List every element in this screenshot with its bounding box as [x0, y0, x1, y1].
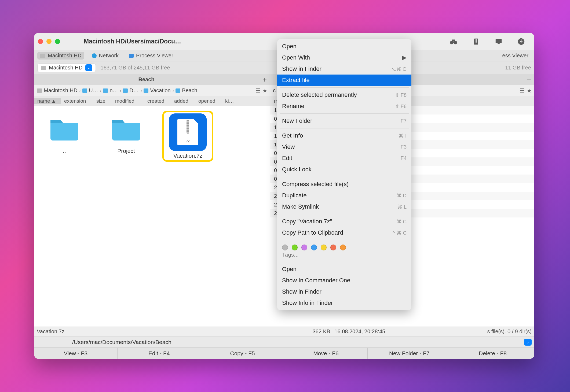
tags-label[interactable]: Tags... [277, 252, 411, 260]
breadcrumb-item[interactable]: Macintosh HD [44, 87, 78, 94]
archive-icon[interactable] [472, 38, 480, 46]
view-button[interactable]: View - F3 [34, 348, 118, 359]
column-header-extension[interactable]: extension [61, 98, 93, 104]
column-header-size[interactable]: size [93, 98, 112, 104]
menu-item[interactable]: Open [277, 264, 411, 275]
menu-item[interactable]: Copy Path to Clipboard^ ⌘ C [277, 227, 411, 238]
download-icon[interactable] [517, 38, 525, 46]
tag-color-dot[interactable] [330, 245, 336, 250]
menu-item[interactable]: Copy "Vacation.7z"⌘ C [277, 216, 411, 227]
menu-item[interactable]: New FolderF7 [277, 115, 411, 127]
breadcrumb-item[interactable]: n… [109, 87, 118, 94]
menu-item[interactable]: Show In Commander One [277, 275, 411, 286]
chevron-down-icon[interactable]: ⌄ [524, 339, 532, 346]
breadcrumb-item[interactable]: D… [129, 87, 138, 94]
file-item-project[interactable]: Project [101, 111, 152, 162]
menu-item[interactable]: Rename⇧ F6 [277, 101, 411, 112]
menu-item[interactable]: Compress selected file(s) [277, 179, 411, 190]
menu-item-label: Rename [282, 103, 304, 110]
copy-button[interactable]: Copy - F5 [201, 348, 284, 359]
minimize-button[interactable] [46, 39, 52, 44]
tag-color-dot[interactable] [292, 245, 298, 250]
menu-shortcut: ^ ⌘ C [393, 230, 407, 236]
favorite-macintosh-hd[interactable]: Macintosh HD [37, 52, 84, 60]
menu-item-label: Show Info in Finder [282, 299, 333, 306]
column-header-modified[interactable]: modified [112, 98, 144, 104]
menu-item[interactable]: Show in Finder⌥⌘ O [277, 63, 411, 75]
menu-shortcut: F7 [401, 118, 407, 124]
menu-shortcut: ⌘ L [397, 204, 407, 210]
star-icon[interactable]: ★ [262, 87, 267, 94]
list-view-icon[interactable]: ☰ [520, 87, 525, 94]
edit-button[interactable]: Edit - F4 [118, 348, 201, 359]
column-header-created[interactable]: created [144, 98, 171, 104]
tag-color-dot[interactable] [321, 245, 327, 250]
tag-color-dot[interactable] [340, 245, 346, 250]
new-folder-button[interactable]: New Folder - F7 [368, 348, 451, 359]
tag-color-dot[interactable] [311, 245, 317, 250]
tab-add-button[interactable]: ＋ [259, 74, 270, 85]
menu-item[interactable]: Show in Finder [277, 286, 411, 297]
chevron-down-icon[interactable]: ⌄ [85, 64, 92, 71]
menu-item[interactable]: Open With▶ [277, 52, 411, 63]
volume-selector[interactable]: Macintosh HD ⌄ [37, 64, 96, 72]
monitor-icon[interactable] [495, 38, 503, 46]
column-header-name[interactable]: name ▲ [34, 98, 61, 104]
breadcrumb-item[interactable]: Beach [182, 87, 197, 94]
left-tabbar: Beach ＋ [34, 74, 270, 85]
storage-info-left: 163,71 GB of 245,11 GB free [101, 65, 170, 71]
column-header-kind[interactable]: ki… [222, 98, 238, 104]
menu-item[interactable]: ViewF3 [277, 141, 411, 153]
tab-beach[interactable]: Beach [34, 74, 259, 85]
move-button[interactable]: Move - F6 [284, 348, 368, 359]
favorite-process-viewer-right[interactable]: ess Viewer [500, 52, 531, 60]
menu-item[interactable]: Quick Look [277, 164, 411, 175]
path-bar: /Users/mac/Documents/Vacation/Beach ⌄ [34, 336, 534, 347]
folder-icon [176, 88, 180, 93]
left-column-headers: name ▲ extension size modified created a… [34, 96, 270, 106]
status-size: 362 KB [313, 328, 330, 335]
menu-item[interactable]: Open [277, 41, 411, 52]
breadcrumb-tools: ☰ ★ [520, 87, 532, 94]
svg-rect-2 [452, 39, 455, 42]
maximize-button[interactable] [55, 39, 60, 44]
menu-item[interactable]: Show Info in Finder [277, 297, 411, 309]
breadcrumb-item[interactable]: U… [89, 87, 98, 94]
favorite-label: Macintosh HD [48, 53, 82, 59]
path-text[interactable]: /Users/mac/Documents/Vacation/Beach [72, 339, 171, 345]
delete-button[interactable]: Delete - F8 [451, 348, 534, 359]
file-item-vacation-7z[interactable]: 7Z Vacation.7z [162, 111, 213, 162]
tag-color-dot[interactable] [301, 245, 307, 250]
menu-item[interactable]: Delete selected permanently⇧ F8 [277, 89, 411, 101]
left-icon-grid[interactable]: .. Project 7Z Vacation.7z [34, 106, 270, 327]
tag-color-dot[interactable] [282, 245, 288, 250]
menu-item-label: Quick Look [282, 166, 312, 173]
menu-item-label: Show in Finder [282, 288, 321, 295]
list-view-icon[interactable]: ☰ [255, 87, 260, 94]
chevron-right-icon: ▶ [402, 54, 407, 61]
star-icon[interactable]: ★ [527, 87, 532, 94]
menu-separator [280, 177, 409, 177]
selected-file-highlight: 7Z Vacation.7z [162, 111, 213, 162]
left-panel: Beach ＋ Macintosh HD› U…› n…› D…› Vacati… [34, 74, 270, 327]
column-header-added[interactable]: added [171, 98, 195, 104]
close-button[interactable] [38, 39, 43, 44]
menu-shortcut: ⌘ I [399, 133, 407, 139]
column-header-opened[interactable]: opened [195, 98, 222, 104]
menu-shortcut: F4 [401, 155, 407, 161]
menu-item[interactable]: EditF4 [277, 153, 411, 164]
favorite-process-viewer[interactable]: Process Viewer [126, 52, 176, 60]
menu-item[interactable]: Duplicate⌘ D [277, 190, 411, 201]
menu-item[interactable]: Extract file [277, 75, 411, 86]
folder-icon [82, 88, 87, 93]
menu-item[interactable]: Get Info⌘ I [277, 130, 411, 141]
tab-add-button[interactable]: ＋ [523, 74, 534, 85]
file-item-parent[interactable]: .. [39, 111, 90, 162]
storage-info-right: 11 GB free [505, 65, 531, 71]
binoculars-icon[interactable] [450, 38, 458, 46]
menu-separator [280, 113, 409, 114]
breadcrumb-item[interactable]: Vacation [150, 87, 170, 94]
breadcrumb-item[interactable]: c [273, 87, 276, 94]
menu-item[interactable]: Make Symlink⌘ L [277, 201, 411, 212]
favorite-network[interactable]: Network [89, 52, 121, 60]
